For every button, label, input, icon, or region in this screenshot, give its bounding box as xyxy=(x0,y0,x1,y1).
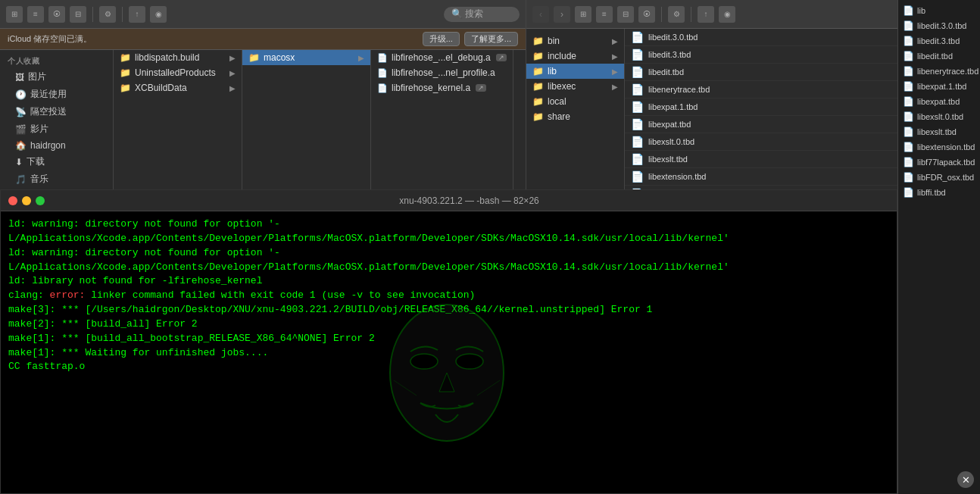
sidebar-item-airdrop[interactable]: 📡 隔空投送 xyxy=(0,103,113,120)
file-icon: 📄 xyxy=(631,83,644,95)
sidebar-item-share[interactable]: 📁 share xyxy=(526,109,624,124)
left-sidebar: 个人收藏 🖼 图片 🕐 最近使用 📡 隔空投送 🎬 影片 xyxy=(0,50,114,189)
gear-icon[interactable]: ⚙ xyxy=(99,6,116,23)
grid-icon[interactable]: ⊞ xyxy=(6,6,23,23)
file-icon: 📄 xyxy=(903,96,914,107)
list-item[interactable]: 📄 libenerytrace.tbd xyxy=(898,64,980,79)
list-item[interactable]: 📄 libexpat.1.tbd xyxy=(898,79,980,94)
list-item[interactable]: 📄 libfirehose_kernel.a ↗ xyxy=(371,80,513,95)
col-icon[interactable]: ⦿ xyxy=(48,6,65,23)
grid-icon-r[interactable]: ⊞ xyxy=(575,6,591,23)
terminal-title: xnu-4903.221.2 — -bash — 82×26 xyxy=(49,195,889,206)
sep-r2 xyxy=(691,7,691,22)
col3-item1-name: libfirehose_...el_debug.a xyxy=(392,52,491,63)
chevron-right-icon: ▶ xyxy=(358,54,364,62)
left-finder-toolbar: ⊞ ≡ ⦿ ⊟ ⚙ ↑ ◉ 🔍 搜索 xyxy=(0,0,526,29)
chevron-right-icon: ▶ xyxy=(612,37,618,45)
sidebar-item-include[interactable]: 📁 include ▶ xyxy=(526,48,624,64)
list-item[interactable]: 📄 libedit.tbd xyxy=(898,48,980,64)
sidebar-item-bin[interactable]: 📁 bin ▶ xyxy=(526,33,624,48)
terminal-window: xnu-4903.221.2 — -bash — 82×26 ld: warni… xyxy=(0,189,897,494)
list-item[interactable]: 📄 libexslt.0.tbd xyxy=(898,109,980,124)
file-icon: 📄 xyxy=(903,142,914,152)
sidebar-item-pictures[interactable]: 🖼 图片 xyxy=(0,68,113,86)
close-button[interactable] xyxy=(8,196,17,205)
file-icon: 📄 xyxy=(903,127,914,137)
learn-more-button[interactable]: 了解更多... xyxy=(464,32,518,46)
tag-icon[interactable]: ◉ xyxy=(150,6,167,23)
sidebar-item-downloads[interactable]: ⬇ 下载 xyxy=(0,153,113,170)
rp-file-name: libexslt.0.tbd xyxy=(917,112,963,121)
rp-file-name: libexpat.1.tbd xyxy=(917,82,966,91)
forward-button[interactable]: › xyxy=(554,6,570,23)
file-icon: 📄 xyxy=(903,157,914,167)
music-icon: 🎵 xyxy=(15,174,27,185)
list-icon[interactable]: ≡ xyxy=(27,6,44,23)
list-item[interactable]: 📄 libextension.tbd xyxy=(898,139,980,155)
list-item[interactable]: 📄 libFDR_osx.tbd xyxy=(898,170,980,185)
chevron-right-icon: ▶ xyxy=(612,83,618,91)
list-item[interactable]: 📁 macosx ▶ xyxy=(242,50,370,65)
col-2: 📁 macosx ▶ xyxy=(242,50,371,189)
list-item[interactable]: 📄 libedit.3.0.tbd xyxy=(898,18,980,33)
sidebar-item-recent[interactable]: 🕐 最近使用 xyxy=(0,86,113,103)
upgrade-button[interactable]: 升级... xyxy=(423,32,460,46)
maximize-button[interactable] xyxy=(36,196,45,205)
sidebar-item-lib[interactable]: 📁 lib ▶ xyxy=(526,64,624,79)
list-item[interactable]: 📄 libf77lapack.tbd xyxy=(898,155,980,170)
rp-file-name: libedit.3.tbd xyxy=(917,36,960,45)
sidebar-bin-label: bin xyxy=(548,36,560,46)
rp-file-name: libedit.3.0.tbd xyxy=(917,21,966,30)
chevron-right-icon: ▶ xyxy=(612,52,618,61)
folder-icon: 📁 xyxy=(532,51,544,61)
close-circle-button[interactable]: ✕ xyxy=(957,471,974,488)
list-item[interactable]: 📄 libexpat.tbd xyxy=(898,94,980,109)
list-item[interactable]: 📁 XCBuildData ▶ xyxy=(114,80,242,95)
sidebar-include-label: include xyxy=(548,51,576,61)
list-item[interactable]: 📄 libedit.3.tbd xyxy=(898,33,980,48)
terminal-line: make[1]: *** Waiting for unfinished jobs… xyxy=(8,346,889,361)
tag-icon-r[interactable]: ◉ xyxy=(719,6,735,23)
gallery-icon-r[interactable]: ⦿ xyxy=(638,6,655,23)
terminal-body[interactable]: ld: warning: directory not found for opt… xyxy=(1,211,897,493)
file-icon: 📄 xyxy=(631,153,644,165)
col-icon-r[interactable]: ⊟ xyxy=(617,6,634,23)
list-item[interactable]: 📁 UninstalledProducts ▶ xyxy=(114,65,242,80)
sep-r1 xyxy=(661,7,662,22)
file-icon: 📄 xyxy=(377,53,388,63)
recent-icon: 🕐 xyxy=(15,89,27,100)
sidebar-item-libexec[interactable]: 📁 libexec ▶ xyxy=(526,79,624,94)
list-item[interactable]: 📄 libfirehose_...nel_profile.a xyxy=(371,65,513,80)
icloud-buttons: 升级... 了解更多... xyxy=(423,32,518,46)
file-icon: 📄 xyxy=(903,36,914,46)
sidebar-item-movies[interactable]: 🎬 影片 xyxy=(0,120,113,138)
list-item[interactable]: 📁 libdispatch.build ▶ xyxy=(114,50,242,65)
search-box-left[interactable]: 🔍 搜索 xyxy=(444,7,520,22)
gear-icon-r[interactable]: ⚙ xyxy=(668,6,685,23)
gallery-icon[interactable]: ⊟ xyxy=(70,6,86,23)
chevron-right-icon: ▶ xyxy=(229,54,236,62)
folder-icon: 📁 xyxy=(248,52,260,63)
right-finder-sidebar: 📁 bin ▶ 📁 include ▶ 📁 lib ▶ 📁 libexec xyxy=(526,29,625,189)
list-icon-r[interactable]: ≡ xyxy=(596,6,613,23)
list-item[interactable]: 📄 lib xyxy=(898,3,980,18)
back-button[interactable]: ‹ xyxy=(532,6,549,23)
sidebar-item-local[interactable]: 📁 local xyxy=(526,94,624,109)
rp-file-name: libFDR_osx.tbd xyxy=(917,173,974,182)
sidebar-section-favorites: 个人收藏 xyxy=(0,55,113,68)
minimize-button[interactable] xyxy=(22,196,31,205)
list-item[interactable]: 📄 libffi.tbd xyxy=(898,185,980,200)
folder-icon: 📁 xyxy=(532,81,544,92)
sidebar-item-home[interactable]: 🏠 haidrgon xyxy=(0,138,113,153)
share-icon-r[interactable]: ↑ xyxy=(698,6,714,23)
sidebar-item-music[interactable]: 🎵 音乐 xyxy=(0,170,113,188)
share-icon[interactable]: ↑ xyxy=(129,6,145,23)
sidebar-label-pictures: 图片 xyxy=(28,70,46,83)
list-item[interactable]: 📄 libfirehose_...el_debug.a ↗ xyxy=(371,50,513,65)
sidebar-libexec-label: libexec xyxy=(548,81,576,92)
rp-file-name: libffi.tbd xyxy=(917,188,946,197)
terminal-line: ld: library not found for -lfirehose_ker… xyxy=(8,274,889,289)
list-item[interactable]: 📄 libexslt.tbd xyxy=(898,124,980,139)
downloads-icon: ⬇ xyxy=(15,157,23,167)
sidebar-label-recent: 最近使用 xyxy=(30,88,67,101)
